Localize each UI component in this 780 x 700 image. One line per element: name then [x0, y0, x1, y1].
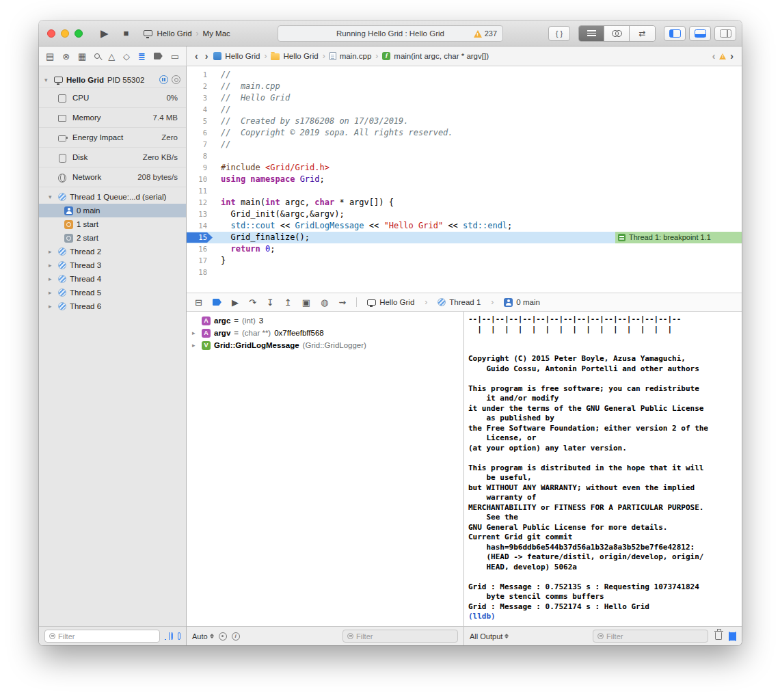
breakpoints-toggle-button[interactable]: [213, 299, 221, 306]
code-line-text[interactable]: // Hello Grid: [213, 92, 742, 104]
gauge-row-memory[interactable]: Memory 7.4 MB: [39, 108, 186, 128]
navigator-tab-report[interactable]: ▭: [171, 52, 179, 61]
debug-navigator-list[interactable]: ▾ Hello Grid PID 55302 CPU 0% Mem: [39, 66, 186, 626]
process-view-options-button[interactable]: [172, 75, 180, 84]
navigator-tab-test[interactable]: ◇: [123, 52, 130, 61]
minimize-button[interactable]: [61, 29, 69, 38]
scheme-chooser[interactable]: Hello Grid › My Mac: [144, 29, 230, 38]
jumpbar-crumb-project[interactable]: Hello Grid: [213, 52, 260, 60]
navigator-tab-debug[interactable]: ≣: [138, 52, 146, 61]
close-button[interactable]: [47, 29, 55, 38]
thread-row[interactable]: ▸Thread 5: [39, 286, 186, 299]
run-button[interactable]: ▶: [100, 28, 109, 38]
disclosure-triangle-icon[interactable]: ▾: [44, 77, 51, 83]
code-line-text[interactable]: //: [213, 69, 742, 81]
scope-selector[interactable]: Auto: [192, 632, 214, 641]
navigator-tab-breakpoint[interactable]: [154, 53, 163, 59]
thread-row[interactable]: ▸Thread 4: [39, 272, 186, 286]
back-button[interactable]: ‹: [193, 51, 200, 62]
thread-row[interactable]: ▸Thread 3: [39, 258, 186, 272]
code-line-text[interactable]: using namespace Grid;: [213, 174, 742, 185]
navigator-tab-source-control[interactable]: ⊗: [62, 52, 70, 61]
code-line-text[interactable]: [213, 267, 742, 278]
next-issue-button[interactable]: ›: [729, 51, 735, 62]
filter-input[interactable]: [58, 632, 155, 641]
navigator-tab-find[interactable]: [94, 53, 100, 59]
previous-issue-button[interactable]: ‹: [711, 51, 717, 62]
filter-input[interactable]: [356, 632, 453, 641]
variable-row[interactable]: ▸Aargv=(char **)0x7ffeefbff568: [187, 327, 463, 339]
view-mode-button[interactable]: [178, 632, 180, 640]
show-running-threads-button[interactable]: [171, 632, 174, 640]
stack-frame-row[interactable]: 1 start: [39, 217, 186, 231]
code-line-text[interactable]: #include <Grid/Grid.h>: [213, 162, 742, 174]
zoom-button[interactable]: [75, 29, 83, 38]
gauge-row-cpu[interactable]: CPU 0%: [39, 88, 186, 108]
disclosure-triangle-icon[interactable]: ▸: [49, 262, 55, 269]
line-number[interactable]: 2: [187, 81, 213, 92]
scheme-target[interactable]: Hello Grid: [157, 29, 191, 38]
variable-row[interactable]: ▸VGrid::GridLogMessage(Grid::GridLogger): [187, 339, 463, 351]
lldb-prompt[interactable]: (lldb): [468, 612, 500, 621]
thread-row[interactable]: ▾Thread 1 Queue:...d (serial): [39, 190, 186, 204]
gauge-row-network[interactable]: Network 208 bytes/s: [39, 167, 186, 187]
code-line-text[interactable]: //: [213, 139, 742, 150]
line-number[interactable]: 1: [187, 69, 213, 81]
debug-crumb-process[interactable]: Hello Grid: [367, 298, 414, 306]
code-line-text[interactable]: }: [213, 255, 742, 267]
titlebar[interactable]: ▶ ■ Hello Grid › My Mac Running Hello Gr…: [39, 21, 742, 46]
toggle-variables-view-button[interactable]: [729, 632, 730, 641]
disclosure-triangle-icon[interactable]: ▸: [49, 248, 55, 255]
source-editor[interactable]: 1//2// main.cpp3// Hello Grid4//5// Crea…: [187, 66, 742, 293]
navigator-tab-symbol[interactable]: ▦: [78, 52, 86, 61]
line-number[interactable]: 13: [187, 208, 213, 220]
disclosure-triangle-icon[interactable]: ▸: [192, 342, 198, 349]
step-out-button[interactable]: ↥: [284, 297, 292, 308]
warning-icon[interactable]: [719, 53, 726, 59]
quicklook-icon[interactable]: [219, 632, 227, 641]
line-number[interactable]: 16: [187, 243, 213, 255]
variables-view[interactable]: Aargc=(int)3▸Aargv=(char **)0x7ffeefbff5…: [187, 312, 463, 626]
variable-row[interactable]: Aargc=(int)3: [187, 314, 463, 327]
code-line-text[interactable]: [213, 150, 742, 162]
line-number[interactable]: 10: [187, 174, 213, 185]
toggle-navigator-button[interactable]: [664, 26, 686, 41]
debug-crumb-thread[interactable]: Thread 1: [438, 298, 481, 306]
code-line-text[interactable]: std::cout << GridLogMessage << "Hello Gr…: [213, 220, 742, 232]
line-number[interactable]: 6: [187, 127, 213, 139]
scheme-destination[interactable]: My Mac: [203, 29, 230, 38]
thread-row[interactable]: ▸Thread 2: [39, 245, 186, 258]
line-number[interactable]: 12: [187, 197, 213, 208]
variables-filter[interactable]: [342, 630, 458, 643]
disclosure-triangle-icon[interactable]: ▸: [49, 303, 55, 310]
thread-row[interactable]: ▸Thread 6: [39, 299, 186, 313]
clear-console-button[interactable]: [715, 632, 722, 640]
breakpoint-indicator[interactable]: 15: [187, 232, 213, 243]
debug-view-hierarchy-button[interactable]: ▣: [302, 297, 310, 308]
jumpbar-crumb-group[interactable]: Hello Grid: [271, 52, 318, 60]
step-over-button[interactable]: ↷: [249, 297, 256, 308]
code-line-text[interactable]: // main.cpp: [213, 81, 742, 92]
line-number[interactable]: 11: [187, 185, 213, 197]
stack-frame-row[interactable]: 2 start: [39, 231, 186, 245]
line-number[interactable]: 18: [187, 267, 213, 278]
braces-button[interactable]: { }: [548, 26, 570, 41]
code-line-text[interactable]: // Copyright © 2019 sopa. All rights res…: [213, 127, 742, 139]
line-number[interactable]: 9: [187, 162, 213, 174]
pause-process-button[interactable]: [159, 75, 168, 84]
toggle-inspector-button[interactable]: [714, 26, 736, 41]
console-view[interactable]: --|--|--|--|--|--|--|--|--|--|--|--|--|-…: [464, 312, 742, 626]
disclosure-triangle-icon[interactable]: ▸: [49, 275, 55, 282]
memory-graph-button[interactable]: ◍: [321, 297, 328, 308]
debug-navigator-filter[interactable]: [44, 630, 160, 643]
line-number[interactable]: 7: [187, 139, 213, 150]
gauge-row-energy[interactable]: Energy Impact Zero: [39, 128, 186, 148]
standard-editor-button[interactable]: [579, 26, 604, 41]
line-number[interactable]: 17: [187, 255, 213, 267]
disclosure-triangle-icon[interactable]: ▸: [49, 289, 55, 296]
stop-button[interactable]: ■: [124, 29, 129, 38]
version-editor-button[interactable]: ⇄: [630, 26, 655, 41]
line-number[interactable]: 4: [187, 104, 213, 116]
line-number[interactable]: 5: [187, 116, 213, 127]
toggle-debug-area-button[interactable]: [689, 26, 711, 41]
